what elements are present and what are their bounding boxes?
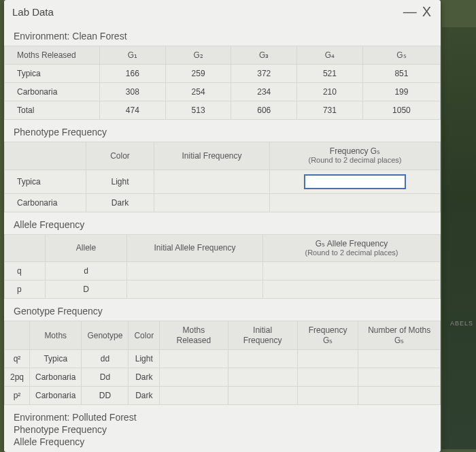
- table-row: Typica Light: [5, 170, 441, 193]
- allele-table: Allele Initial Allele Frequency G₅ Allel…: [4, 234, 441, 300]
- minimize-icon[interactable]: —: [403, 4, 417, 20]
- col-g5: G₅: [362, 46, 440, 65]
- genotype-table: Moths Genotype Color Moths Released Init…: [4, 321, 441, 405]
- col-initial-frequency: Initial Frequency: [154, 142, 270, 170]
- table-row: Carbonaria 308 254 234 210 199: [5, 83, 441, 101]
- col-moths: Moths: [30, 321, 82, 350]
- genotype-heading: Genotype Frequency: [4, 299, 441, 321]
- col-freq-g5: Frequency G₅: [297, 321, 358, 350]
- table-row: Carbonaria Dark: [5, 193, 441, 212]
- window-controls: — X: [403, 4, 431, 20]
- environment2-allele: Allele Frequency: [4, 435, 441, 447]
- col-number-g5: Number of Moths G₅: [358, 321, 441, 350]
- background-forest: [442, 27, 476, 449]
- col-moths-released: Moths Released: [160, 321, 228, 350]
- col-allele: Allele: [46, 234, 127, 262]
- col-g2: G₂: [165, 46, 231, 65]
- table-row: 2pq Carbonaria Dd Dark: [5, 368, 441, 386]
- col-color: Color: [86, 142, 154, 170]
- phenotype-heading: Phenotype Frequency: [4, 120, 441, 142]
- panel-header: Lab Data — X: [4, 0, 441, 24]
- frequency-input[interactable]: [304, 174, 406, 189]
- col-initial-freq: Initial Frequency: [228, 321, 297, 350]
- environment2-title: Environment: Polluted Forest: [4, 405, 441, 423]
- col-color: Color: [129, 321, 160, 350]
- environment-title: Environment: Clean Forest: [4, 24, 441, 46]
- environment2-pheno: Phenotype Frequency: [4, 423, 441, 435]
- panel-title: Lab Data: [12, 6, 54, 18]
- close-icon[interactable]: X: [422, 4, 431, 20]
- col-initial-allele: Initial Allele Frequency: [127, 234, 263, 262]
- col-g1: G₁: [100, 46, 166, 65]
- moths-released-table: Moths Released G₁ G₂ G₃ G₄ G₅ Typica 166…: [4, 46, 441, 120]
- table-row: p² Carbonaria DD Dark: [5, 386, 441, 404]
- allele-heading: Allele Frequency: [4, 212, 441, 234]
- background-badge: ABELS: [450, 320, 473, 327]
- lab-data-panel: Lab Data — X Environment: Clean Forest M…: [4, 0, 441, 452]
- table-row: Total 474 513 606 731 1050: [5, 101, 441, 120]
- table-row: p D: [5, 280, 441, 299]
- col-allele-g5: G₅ Allele Frequency (Round to 2 decimal …: [263, 234, 441, 262]
- table-row: Typica 166 259 372 521 851: [5, 65, 441, 83]
- col-genotype: Genotype: [82, 321, 129, 350]
- table-row: q² Typica dd Light: [5, 349, 441, 368]
- col-frequency-g5: Frequency G₅ (Round to 2 decimal places): [270, 142, 441, 170]
- phenotype-table: Color Initial Frequency Frequency G₅ (Ro…: [4, 142, 441, 212]
- col-g4: G₄: [297, 46, 363, 65]
- table-row: q d: [5, 262, 441, 280]
- col-g3: G₃: [231, 46, 297, 65]
- col-header-moths-released: Moths Released: [5, 46, 100, 65]
